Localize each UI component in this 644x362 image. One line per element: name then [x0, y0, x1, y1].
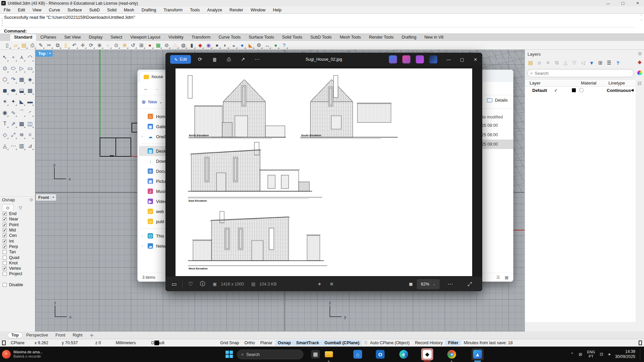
toggle-osnap[interactable]: Osnap: [275, 340, 294, 346]
points-icon[interactable]: ∴: [171, 42, 179, 49]
pen-disabled-icon[interactable]: ⊘: [579, 352, 583, 357]
tool-surface-icon[interactable]: ◈: [26, 74, 34, 85]
layer-current-check[interactable]: ✓: [554, 88, 558, 93]
tool-freeform-icon[interactable]: ↷: [9, 74, 17, 85]
layer-table-icon[interactable]: ⊞: [597, 59, 604, 66]
tool-scale-icon[interactable]: ⇗: [9, 118, 17, 129]
rhino-close-button[interactable]: ✕: [630, 0, 644, 6]
photo-image[interactable]: North Elevation South Elevation: [176, 68, 472, 276]
network-icon[interactable]: ⊡: [600, 352, 603, 357]
tool-pyramid-icon[interactable]: ◬: [1, 140, 9, 151]
taskbar-rhino-icon[interactable]: ◆: [421, 348, 433, 360]
wireframe-sphere-icon[interactable]: ◐: [221, 42, 229, 49]
monitor-icon[interactable]: ⊡: [638, 81, 642, 86]
toolbar-tab-solid-tools[interactable]: Solid Tools: [278, 34, 306, 41]
status-right-icon[interactable]: [639, 341, 642, 345]
layer-linetype[interactable]: Continuous: [607, 88, 631, 93]
forward-icon[interactable]: →: [154, 86, 159, 91]
menu-transform[interactable]: Transform: [160, 8, 186, 12]
more-bottom-icon[interactable]: ⋯: [444, 279, 456, 289]
copy-icon[interactable]: ⧉: [54, 42, 61, 49]
toolbar-tab-mesh-tools[interactable]: Mesh Tools: [336, 34, 365, 41]
tool-split-icon[interactable]: ▬: [26, 96, 34, 107]
tool-hatch-icon[interactable]: ▥: [17, 140, 26, 151]
toolbar-tab-viewport-layout[interactable]: Viewport Layout: [126, 34, 164, 41]
share-icon[interactable]: ↗: [237, 55, 249, 64]
new-button[interactable]: New: [148, 99, 157, 104]
toggle-planar[interactable]: Planar: [258, 340, 275, 346]
layer-row-default[interactable]: Default ✓ Continuous ◀: [525, 87, 636, 94]
rotate-icon[interactable]: ⟳: [194, 55, 206, 64]
toggle-smarttrack[interactable]: SmartTrack: [294, 340, 322, 346]
osnap-tab-snaps[interactable]: ⊙: [2, 204, 13, 211]
layers-help-icon[interactable]: ?: [614, 59, 622, 66]
paint-app-icon[interactable]: [429, 55, 437, 63]
zoom-dynamic-icon[interactable]: ⊕: [96, 42, 103, 49]
layers-list-body[interactable]: [525, 94, 636, 322]
menu-help[interactable]: Help: [269, 8, 285, 12]
tool-array-icon[interactable]: ▩: [17, 118, 26, 129]
osnap-point-checkbox[interactable]: Point: [0, 222, 35, 227]
viewport-top-label[interactable]: Top▼: [36, 50, 53, 57]
tool-blend-icon[interactable]: ◉: [1, 107, 9, 118]
move-left-icon[interactable]: ◁: [579, 59, 587, 66]
layers-gear-icon[interactable]: ⚙: [638, 51, 642, 56]
tool-offset-icon[interactable]: ◜: [26, 107, 34, 118]
show-desktop-button[interactable]: [640, 349, 641, 360]
tool-arc-icon[interactable]: ◠: [26, 52, 34, 63]
osnap-end-checkbox[interactable]: End: [0, 211, 35, 216]
status-cplane[interactable]: CPlane: [8, 340, 27, 346]
viewport-tab-perspective[interactable]: Perspective: [23, 332, 51, 338]
tool-explode-icon[interactable]: ✶: [1, 96, 9, 107]
osnap-int-checkbox[interactable]: Int: [0, 238, 35, 244]
toolbar-tab-cplanes[interactable]: CPlanes: [36, 34, 60, 41]
move-up-icon[interactable]: △: [562, 59, 569, 66]
layer-material-circle[interactable]: [579, 88, 584, 92]
render-sphere-icon[interactable]: ●: [272, 42, 280, 49]
zoom-selected-icon[interactable]: ⊙: [112, 42, 120, 49]
visual-search-icon[interactable]: ⌖: [313, 279, 326, 289]
taskbar-search[interactable]: ⌕ Search: [237, 350, 303, 359]
viewport-layout-icon[interactable]: ⊞: [138, 42, 145, 49]
toggle-filter[interactable]: Filter: [445, 340, 461, 346]
fit-to-window-icon[interactable]: ◙: [405, 279, 417, 289]
photos-minimize-button[interactable]: —: [442, 53, 455, 66]
tool-grid2-icon[interactable]: ⌗: [26, 129, 34, 140]
toolbar-tab-subd-tools[interactable]: SubD Tools: [306, 34, 336, 41]
column-linetype[interactable]: Linetype: [608, 81, 625, 86]
tool-torus-icon[interactable]: ⬓: [17, 85, 26, 96]
taskbar-store-icon[interactable]: ⌂: [352, 348, 364, 360]
blue-sphere-icon[interactable]: ●: [238, 42, 246, 49]
menu-file[interactable]: File: [0, 8, 14, 12]
duplicate-layer-icon[interactable]: ⧉: [553, 59, 560, 66]
toolbar-tab-standard[interactable]: Standard: [10, 34, 36, 41]
back-icon[interactable]: ←: [144, 86, 149, 91]
osnap-disable-checkbox[interactable]: Disable: [0, 282, 35, 288]
command-area[interactable]: Successfully read file "C:\Users\2022115…: [0, 13, 644, 34]
toggle-auto-cplane[interactable]: Auto CPlane (Object): [367, 340, 412, 346]
taskbar-outlook-icon[interactable]: O: [374, 348, 386, 360]
tool-box-icon[interactable]: ◼: [1, 85, 9, 96]
clipchamp-icon[interactable]: [416, 55, 424, 63]
toggle-grid-snap[interactable]: Grid Snap: [217, 340, 242, 346]
grid-sphere-icon[interactable]: ◒: [230, 42, 238, 49]
text-actions-icon[interactable]: ≡: [326, 279, 338, 289]
tool-extend-icon[interactable]: ⌒: [17, 107, 26, 118]
osnap-tan-checkbox[interactable]: Tan: [0, 249, 35, 255]
new-file-icon[interactable]: ▯: [3, 42, 11, 49]
zoom-extents-icon[interactable]: ⊛: [121, 42, 129, 49]
toolbar-tab-render-tools[interactable]: Render Tools: [365, 34, 397, 41]
column-material[interactable]: Material: [581, 81, 596, 86]
language-indicator[interactable]: ENGPT: [587, 350, 595, 359]
toolbar-tab-new-in-v8[interactable]: New in V8: [420, 34, 448, 41]
osnap-quad-checkbox[interactable]: Quad: [0, 255, 35, 260]
viewport-tab-front[interactable]: Front: [52, 332, 68, 338]
zoom-window-icon[interactable]: ◌: [104, 42, 112, 49]
tool-boolean-icon[interactable]: ◇: [1, 129, 9, 140]
filmstrip-icon[interactable]: ▭: [168, 279, 180, 289]
command-scroll-arrows[interactable]: ⌃⌄: [640, 14, 643, 21]
paste-icon[interactable]: ▯: [62, 42, 70, 49]
osnap-vertex-checkbox[interactable]: Vertex: [0, 266, 35, 271]
new-sublayer-icon[interactable]: ⧄: [536, 59, 543, 66]
edit-doc-icon[interactable]: ✎: [37, 42, 45, 49]
